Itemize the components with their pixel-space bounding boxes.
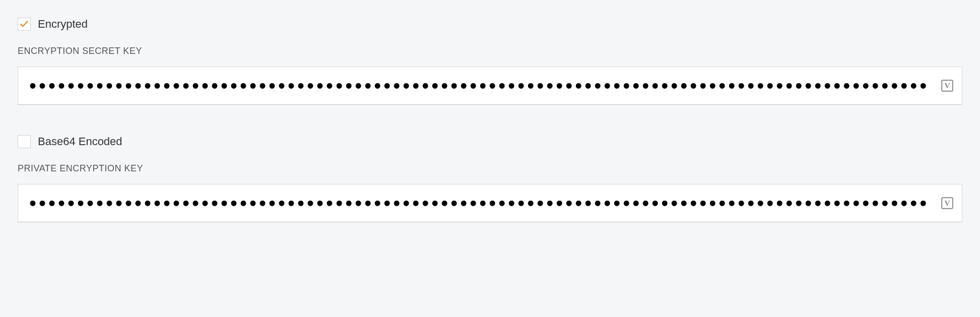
base64-encoded-checkbox[interactable] (18, 135, 31, 148)
private-encryption-key-field: V (18, 184, 962, 222)
vault-icon[interactable]: V (940, 196, 954, 210)
check-icon (19, 19, 29, 29)
encryption-secret-key-input[interactable] (18, 67, 962, 105)
private-encryption-key-label: PRIVATE ENCRYPTION KEY (18, 163, 962, 174)
encryption-secret-key-field: V (18, 67, 962, 105)
private-encryption-key-input[interactable] (18, 184, 962, 222)
encrypted-checkbox-row: Encrypted (18, 18, 962, 31)
base64-encoded-label: Base64 Encoded (38, 135, 122, 148)
encrypted-label: Encrypted (38, 18, 88, 31)
encrypted-checkbox[interactable] (18, 18, 31, 31)
vault-icon[interactable]: V (940, 79, 954, 93)
base64-encoded-checkbox-row: Base64 Encoded (18, 135, 962, 148)
svg-text:V: V (945, 81, 950, 90)
encryption-secret-key-label: ENCRYPTION SECRET KEY (18, 46, 962, 56)
svg-text:V: V (945, 199, 950, 207)
